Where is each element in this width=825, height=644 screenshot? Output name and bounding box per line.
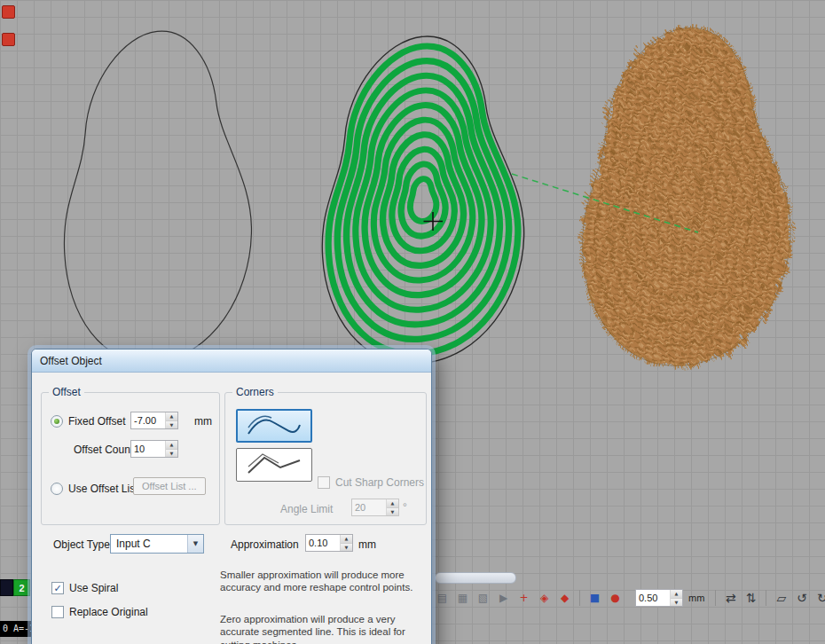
checkbox-icon: [318, 476, 330, 489]
corners-group-label: Corners: [232, 386, 278, 398]
replace-original-checkbox[interactable]: Replace Original: [51, 606, 148, 618]
stitch-length-spinner[interactable]: ▲ ▼: [635, 589, 683, 607]
approximation-note-2: Zero approximation will produce a very a…: [220, 613, 426, 644]
color-palette: 2: [0, 579, 30, 596]
spin-up-button[interactable]: ▲: [166, 412, 177, 421]
dialog-titlebar[interactable]: Offset Object: [32, 349, 431, 373]
approximation-input[interactable]: [306, 535, 340, 551]
rotate-ccw-icon[interactable]: ↺: [792, 589, 811, 607]
spin-up-button[interactable]: ▲: [671, 590, 682, 599]
stitch-length-unit: mm: [688, 593, 704, 603]
checkbox-icon: [51, 606, 64, 618]
angle-limit-input: [352, 499, 386, 515]
approximation-note-1: Smaller approximation will produce more …: [220, 569, 426, 594]
chevron-down-icon[interactable]: ▼: [187, 535, 203, 553]
sharp-corner-icon: [245, 453, 303, 476]
offset-list-button[interactable]: Offset List ...: [133, 477, 206, 495]
dialog-title: Offset Object: [40, 355, 102, 367]
corner-style-rounded-button[interactable]: [236, 409, 312, 443]
offset-count-label: Offset Count: [74, 444, 133, 456]
overview-icon[interactable]: ▧: [474, 589, 492, 607]
rotate-cw-icon[interactable]: ↻: [813, 589, 825, 607]
spin-down-button[interactable]: ▼: [341, 544, 352, 552]
spin-down-button[interactable]: ▼: [671, 599, 682, 607]
checkbox-checked-icon: ✓: [51, 582, 64, 594]
use-spiral-checkbox[interactable]: ✓ Use Spiral: [51, 582, 118, 594]
stitched-shape[interactable]: [583, 27, 790, 365]
radio-icon: [51, 483, 63, 495]
object-type-value: Input C: [111, 535, 187, 553]
spin-down-button[interactable]: ▼: [166, 421, 177, 429]
approximation-unit: mm: [358, 538, 376, 551]
thread-color-icon[interactable]: ●: [606, 589, 625, 607]
offset-group: Offset Fixed Offset ▲ ▼ mm Offset Count …: [41, 392, 220, 525]
corners-group: Corners Cut Sharp Corners Angle Limit: [224, 392, 427, 525]
spin-up-button[interactable]: ▲: [341, 535, 352, 544]
toolbar-separator: [766, 590, 766, 606]
offset-count-input[interactable]: [131, 441, 165, 457]
angle-limit-spinner[interactable]: ▲ ▼: [351, 499, 399, 516]
stitch-length-input[interactable]: [636, 590, 670, 606]
radio-icon: [51, 415, 63, 428]
toolbar-separator: [579, 590, 580, 606]
corner-style-sharp-button[interactable]: [236, 448, 312, 482]
angle-limit-label: Angle Limit: [280, 503, 333, 515]
fixed-offset-input[interactable]: [131, 412, 165, 428]
rounded-corner-icon: [245, 414, 303, 437]
spin-up-button[interactable]: ▲: [166, 441, 177, 450]
use-offset-list-radio[interactable]: Use Offset List: [51, 483, 138, 495]
offset-object-dialog: Offset Object Offset Fixed Offset ▲ ▼ mm…: [31, 349, 432, 644]
approximation-label: Approximation: [231, 538, 299, 551]
use-offset-list-label: Use Offset List: [68, 483, 138, 495]
slow-redraw-icon[interactable]: ▶: [494, 589, 513, 607]
replace-original-label: Replace Original: [69, 606, 148, 618]
spin-up-button[interactable]: ▲: [387, 499, 398, 508]
cut-sharp-corners-checkbox[interactable]: Cut Sharp Corners: [318, 476, 424, 489]
docked-toolbar-red-icon[interactable]: [2, 5, 15, 19]
offset-group-label: Offset: [49, 386, 84, 398]
color-chip-selected[interactable]: 2: [13, 579, 30, 596]
spin-down-button[interactable]: ▼: [166, 450, 177, 458]
object-type-label: Object Type: [53, 538, 110, 551]
fixed-offset-radio[interactable]: Fixed Offset: [51, 415, 125, 428]
overlap-icon[interactable]: ◆: [555, 589, 574, 607]
fixed-offset-label: Fixed Offset: [68, 415, 125, 428]
cut-sharp-corners-label: Cut Sharp Corners: [335, 476, 424, 489]
grid-icon[interactable]: ▦: [453, 589, 472, 607]
mirror-vertical-icon[interactable]: ⇅: [742, 589, 760, 607]
stitch-list-icon[interactable]: ▤: [433, 589, 452, 607]
offset-count-spinner[interactable]: ▲ ▼: [130, 440, 178, 458]
color-chip-black[interactable]: [0, 579, 13, 596]
spin-down-button[interactable]: ▼: [387, 508, 398, 516]
bottom-toolbar: ▤ ▦ ▧ ▶ + ◈ ◆ ■ ● ▲ ▼ mm ⇄ ⇅ ▱ ↺ ↻ ◠: [433, 586, 825, 609]
skew-icon[interactable]: ▱: [772, 589, 790, 607]
offset-preview-shape[interactable]: [322, 36, 523, 364]
outline-shape[interactable]: [64, 31, 251, 362]
fill-color-icon[interactable]: ■: [585, 589, 604, 607]
fixed-offset-unit: mm: [194, 415, 212, 428]
horizontal-scrollbar-thumb[interactable]: [435, 572, 516, 584]
angle-limit-unit: °: [403, 501, 407, 514]
docked-toolbar-red-icon[interactable]: [2, 33, 15, 46]
connectors-icon[interactable]: ◈: [535, 589, 554, 607]
object-type-select[interactable]: Input C ▼: [110, 534, 204, 554]
use-spiral-label: Use Spiral: [69, 582, 118, 594]
approximation-spinner[interactable]: ▲ ▼: [305, 534, 353, 552]
fixed-offset-spinner[interactable]: ▲ ▼: [130, 412, 178, 429]
toolbar-separator: [715, 590, 716, 606]
mirror-horizontal-icon[interactable]: ⇄: [721, 589, 740, 607]
stitch-points-icon[interactable]: +: [515, 589, 533, 607]
